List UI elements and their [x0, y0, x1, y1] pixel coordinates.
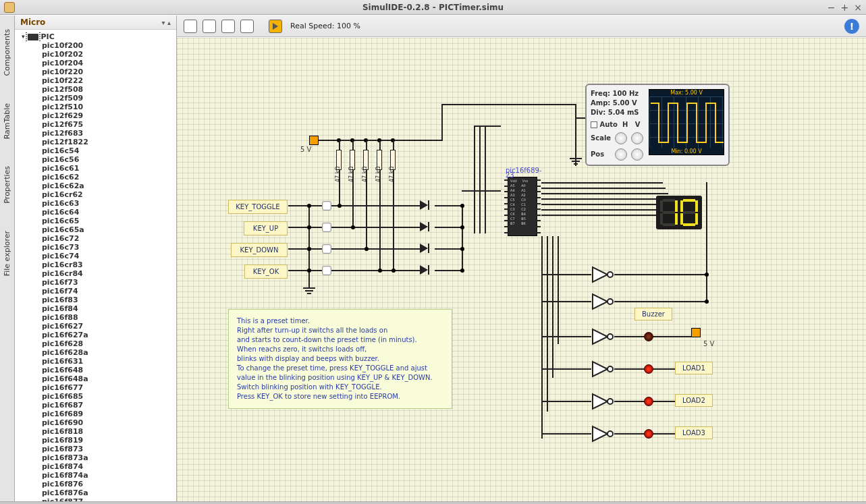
- scope-freq: Freq: 100 Hz: [591, 89, 643, 99]
- tree-item[interactable]: pic12f510: [42, 103, 176, 111]
- tree-item[interactable]: pic16f74: [42, 287, 176, 296]
- tree-item[interactable]: pic16f689: [42, 410, 176, 418]
- tree-item[interactable]: pic16cr62: [42, 190, 176, 199]
- not-gate[interactable]: [591, 328, 614, 345]
- push-button-toggle[interactable]: [322, 201, 331, 211]
- tree-item[interactable]: pic16f627: [42, 322, 176, 331]
- tree-item[interactable]: pic16c62: [42, 173, 176, 181]
- toolbar-open-button[interactable]: [202, 20, 216, 33]
- sidetab-ramtable[interactable]: RamTable: [3, 103, 11, 139]
- tree-item[interactable]: pic16c62a: [42, 181, 176, 190]
- led-load1[interactable]: [644, 364, 653, 374]
- push-button-down[interactable]: [322, 244, 331, 254]
- tree-root-pic[interactable]: ▾ PIC: [22, 32, 176, 41]
- tree-item[interactable]: pic16c72: [42, 234, 176, 243]
- tree-item[interactable]: pic16c74: [42, 252, 176, 260]
- diode[interactable]: [420, 244, 435, 253]
- tree-item[interactable]: pic12f675: [42, 120, 176, 129]
- seven-segment-display[interactable]: [656, 196, 702, 229]
- tree-item[interactable]: pic12f509: [42, 94, 176, 103]
- tree-item[interactable]: pic16f687: [42, 401, 176, 410]
- tree-item[interactable]: pic16f628a: [42, 348, 176, 357]
- tree-item[interactable]: pic10f200: [42, 41, 176, 50]
- toolbar-info-button[interactable]: !: [844, 19, 859, 34]
- sidetab-fileexplorer[interactable]: File explorer: [3, 231, 11, 276]
- tree-item[interactable]: pic16c65a: [42, 225, 176, 234]
- tree-item[interactable]: pic16f648a: [42, 374, 176, 383]
- not-gate[interactable]: [591, 293, 614, 310]
- tree-item[interactable]: pic16f819: [42, 436, 176, 445]
- tree-item[interactable]: pic16f73: [42, 278, 176, 287]
- not-gate[interactable]: [591, 360, 614, 378]
- led-load3[interactable]: [644, 429, 653, 439]
- tree-item[interactable]: pic16c63: [42, 199, 176, 208]
- diode[interactable]: [420, 222, 435, 231]
- scope-pos-v-knob[interactable]: [631, 148, 643, 161]
- circuit-canvas[interactable]: 5 V 47 kΩ 47 kΩ 47 kΩ 47 kΩ 47 kΩ: [177, 37, 866, 501]
- tree-item[interactable]: pic16c56: [42, 155, 176, 164]
- tree-item[interactable]: pic12f1822: [42, 138, 176, 146]
- tree-item[interactable]: pic16f631: [42, 357, 176, 366]
- voltage-source-1[interactable]: [309, 136, 319, 145]
- tree-item[interactable]: pic16cr83: [42, 260, 176, 269]
- scope-scale-v-knob[interactable]: [631, 132, 643, 144]
- tree-item[interactable]: pic16f628: [42, 339, 176, 348]
- tree-item[interactable]: pic16f677: [42, 383, 176, 392]
- tree-item[interactable]: pic16f627a: [42, 331, 176, 339]
- tree-item[interactable]: pic16c65: [42, 217, 176, 225]
- tree-item[interactable]: pic16f685: [42, 392, 176, 401]
- not-gate[interactable]: [591, 266, 614, 283]
- tree-item[interactable]: pic12f683: [42, 129, 176, 138]
- diode[interactable]: [420, 265, 435, 275]
- scope-auto-checkbox[interactable]: [591, 121, 597, 128]
- push-button-up[interactable]: [322, 223, 331, 232]
- led-load2[interactable]: [644, 397, 653, 406]
- panel-collapse-icon[interactable]: ▾ ▴: [161, 19, 171, 26]
- microcontroller-chip[interactable]: pic16f689-23 Vdd VssA5 A0A4 A1A3 A2C5 C0…: [508, 177, 537, 236]
- tree-item[interactable]: pic16c61: [42, 164, 176, 173]
- push-button-ok[interactable]: [322, 266, 331, 275]
- junction-dot: [391, 269, 396, 273]
- tree-item[interactable]: pic16f877: [42, 497, 176, 501]
- tree-item[interactable]: pic12f629: [42, 111, 176, 120]
- tree-item[interactable]: pic16f874: [42, 462, 176, 471]
- tree-item[interactable]: pic16f648: [42, 366, 176, 374]
- tree-item[interactable]: pic16f690: [42, 418, 176, 427]
- tree-item[interactable]: pic12f508: [42, 85, 176, 94]
- tree-item[interactable]: pic16f818: [42, 427, 176, 436]
- sidetab-properties[interactable]: Properties: [3, 166, 11, 204]
- tree-item[interactable]: pic10f204: [42, 59, 176, 67]
- tree-item[interactable]: pic16f876a: [42, 488, 176, 497]
- not-gate[interactable]: [591, 393, 614, 410]
- tree-item[interactable]: pic16f876: [42, 480, 176, 488]
- not-gate[interactable]: [591, 425, 614, 443]
- sidetab-components[interactable]: Components: [3, 29, 11, 76]
- tree-item[interactable]: pic16c73: [42, 243, 176, 252]
- panel-header[interactable]: Micro ▾ ▴: [15, 16, 176, 30]
- buzzer-led[interactable]: [644, 332, 653, 341]
- tree-item[interactable]: pic16f873a: [42, 453, 176, 462]
- tree-item[interactable]: pic10f222: [42, 76, 176, 85]
- component-tree[interactable]: ▾ PIC pic10f200pic10f202pic10f204pic10f2…: [15, 30, 176, 501]
- tree-expand-icon[interactable]: ▾: [22, 32, 25, 41]
- toolbar-run-button[interactable]: [269, 20, 282, 33]
- voltage-source-2[interactable]: [691, 328, 701, 337]
- diode[interactable]: [420, 200, 435, 210]
- toolbar-save-button[interactable]: [221, 20, 235, 33]
- tree-item[interactable]: pic16f84: [42, 304, 176, 313]
- tree-item[interactable]: pic10f202: [42, 50, 176, 59]
- tree-item[interactable]: pic16f83: [42, 296, 176, 304]
- tree-item[interactable]: pic16c54: [42, 146, 176, 155]
- wire: [331, 227, 420, 228]
- tree-item[interactable]: pic16f88: [42, 313, 176, 322]
- scope-pos-h-knob[interactable]: [615, 148, 627, 161]
- toolbar-saveas-button[interactable]: [240, 20, 254, 33]
- tree-item[interactable]: pic10f220: [42, 67, 176, 76]
- tree-item[interactable]: pic16cr84: [42, 269, 176, 278]
- toolbar-new-button[interactable]: [184, 20, 197, 33]
- scope-scale-h-knob[interactable]: [615, 132, 627, 144]
- oscilloscope[interactable]: Freq: 100 Hz Amp: 5.00 V Div: 5.04 mS Au…: [585, 84, 730, 166]
- tree-item[interactable]: pic16c64: [42, 208, 176, 217]
- tree-item[interactable]: pic16f873: [42, 445, 176, 453]
- tree-item[interactable]: pic16f874a: [42, 471, 176, 480]
